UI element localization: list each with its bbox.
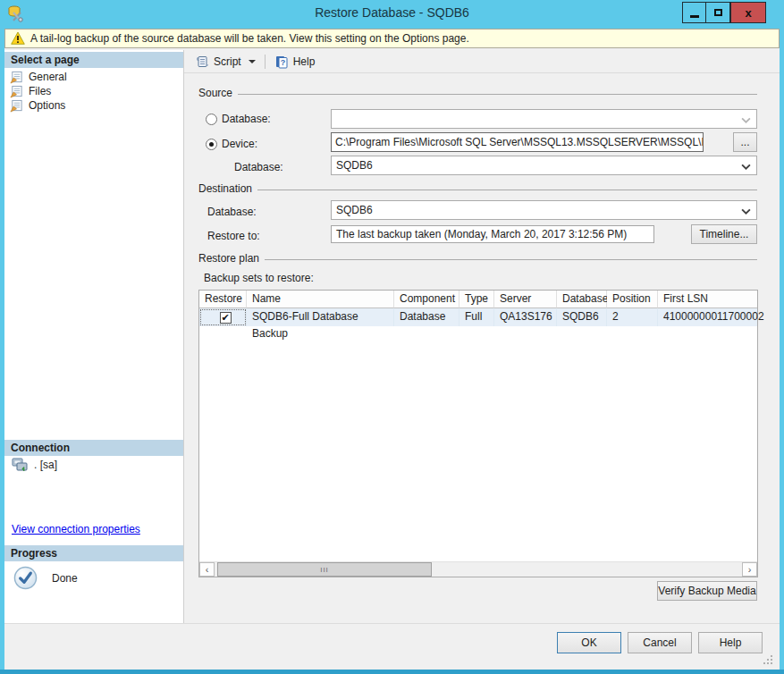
sidebar-item-options[interactable]: Options bbox=[10, 98, 65, 113]
restore-plan-group-header: Restore plan bbox=[198, 252, 757, 265]
backup-sets-label: Backup sets to restore: bbox=[204, 272, 314, 284]
group-divider bbox=[265, 259, 757, 260]
warning-text: A tail-log backup of the source database… bbox=[30, 32, 469, 45]
help-label: Help bbox=[293, 55, 316, 68]
maximize-button[interactable] bbox=[706, 2, 730, 23]
help-button-footer[interactable]: Help bbox=[698, 632, 763, 653]
column-header-type[interactable]: Type bbox=[459, 291, 494, 308]
horizontal-scrollbar[interactable]: ‹ III › bbox=[199, 561, 757, 577]
done-check-icon bbox=[13, 566, 38, 590]
scrollbar-thumb[interactable]: III bbox=[217, 562, 432, 577]
timeline-button[interactable]: Timeline... bbox=[691, 224, 757, 244]
chevron-down-icon bbox=[741, 164, 751, 170]
select-a-page-header: Select a page bbox=[4, 52, 183, 68]
cancel-button[interactable]: Cancel bbox=[628, 632, 692, 653]
server-connection-icon bbox=[12, 458, 28, 472]
restore-to-label: Restore to: bbox=[207, 230, 260, 242]
minimize-button[interactable] bbox=[682, 2, 706, 23]
script-dropdown-icon[interactable] bbox=[249, 60, 256, 63]
page-icon bbox=[10, 99, 23, 113]
toolbar-separator bbox=[265, 55, 266, 69]
title-bar[interactable]: Restore Database - SQDB6 x bbox=[0, 0, 784, 27]
cell-database: SQDB6 bbox=[557, 308, 607, 326]
connection-header: Connection bbox=[4, 440, 183, 456]
svg-text:?: ? bbox=[280, 58, 285, 67]
script-label: Script bbox=[214, 55, 241, 68]
sidebar-item-label: Files bbox=[29, 85, 51, 97]
help-button[interactable]: ? Help bbox=[271, 53, 319, 71]
connection-user: . [sa] bbox=[34, 459, 57, 471]
tail-log-warning-banner: A tail-log backup of the source database… bbox=[4, 29, 780, 48]
connection-info: . [sa] bbox=[12, 458, 57, 472]
script-icon bbox=[195, 55, 209, 69]
group-divider bbox=[257, 190, 757, 190]
restore-plan-group-label: Restore plan bbox=[198, 252, 259, 265]
sidebar-item-files[interactable]: Files bbox=[10, 84, 51, 98]
sidebar-item-general[interactable]: General bbox=[10, 70, 67, 84]
restore-cell: ✔ bbox=[199, 308, 247, 326]
source-database-select-value: SQDB6 bbox=[336, 159, 373, 172]
column-header-first-lsn[interactable]: First LSN bbox=[658, 291, 757, 308]
check-icon: ✔ bbox=[221, 313, 229, 323]
column-header-restore[interactable]: Restore bbox=[199, 291, 247, 308]
source-group-header: Source bbox=[198, 87, 757, 99]
main-panel: Script ? Help Source Database: Device: C… bbox=[184, 50, 780, 623]
source-database-combo bbox=[331, 109, 757, 129]
help-icon: ? bbox=[274, 55, 289, 69]
browse-device-button[interactable]: ... bbox=[733, 132, 757, 152]
source-database-select[interactable]: SQDB6 bbox=[331, 156, 757, 175]
footer: OK Cancel Help bbox=[4, 623, 780, 670]
column-header-server[interactable]: Server bbox=[494, 291, 557, 308]
destination-database-value: SQDB6 bbox=[336, 204, 373, 216]
window-controls: x bbox=[682, 2, 766, 23]
scroll-left-arrow[interactable]: ‹ bbox=[199, 562, 215, 577]
chevron-down-icon bbox=[741, 208, 751, 215]
destination-group-header: Destination bbox=[198, 182, 757, 195]
column-header-database[interactable]: Database bbox=[557, 291, 607, 308]
grid-header-row: Restore Name Component Type Server Datab… bbox=[199, 291, 757, 308]
source-database-radio[interactable] bbox=[206, 114, 217, 125]
window-bottom-edge bbox=[0, 670, 784, 674]
destination-group-label: Destination bbox=[198, 182, 252, 195]
scroll-right-arrow[interactable]: › bbox=[742, 562, 757, 577]
source-database-radio-label[interactable]: Database: bbox=[222, 113, 271, 125]
sidebar-item-label: General bbox=[29, 71, 67, 83]
destination-database-label: Database: bbox=[207, 206, 257, 218]
view-connection-properties-link[interactable]: View connection properties bbox=[12, 523, 140, 535]
progress-status-row: Done bbox=[13, 566, 78, 590]
group-divider bbox=[238, 94, 757, 95]
source-group-label: Source bbox=[198, 87, 232, 99]
table-row[interactable]: ✔ SQDB6-Full Database Backup Database Fu… bbox=[199, 308, 757, 326]
device-path-input[interactable]: C:\Program Files\Microsoft SQL Server\MS… bbox=[331, 132, 704, 152]
resize-grip[interactable] bbox=[763, 654, 773, 665]
verify-backup-media-button[interactable]: Verify Backup Media bbox=[657, 581, 757, 601]
backup-sets-grid: Restore Name Component Type Server Datab… bbox=[198, 290, 758, 577]
destination-database-select[interactable]: SQDB6 bbox=[331, 200, 757, 220]
close-icon: x bbox=[745, 6, 751, 20]
column-header-component[interactable]: Component bbox=[394, 291, 459, 308]
restore-checkbox[interactable]: ✔ bbox=[220, 312, 232, 324]
source-device-radio[interactable] bbox=[206, 139, 217, 150]
toolbar: Script ? Help bbox=[184, 50, 780, 73]
source-device-radio-label[interactable]: Device: bbox=[222, 138, 257, 150]
cell-server: QA13S176 bbox=[494, 308, 557, 326]
cell-first-lsn: 41000000011700002 bbox=[658, 308, 767, 326]
ok-button[interactable]: OK bbox=[557, 632, 621, 653]
cell-position: 2 bbox=[607, 308, 658, 326]
close-button[interactable]: x bbox=[730, 2, 766, 23]
page-icon bbox=[10, 71, 23, 84]
page-icon bbox=[10, 85, 23, 98]
sidebar: Select a page General Files Options bbox=[4, 50, 184, 623]
cell-type: Full bbox=[459, 308, 494, 326]
column-header-name[interactable]: Name bbox=[247, 291, 394, 308]
warning-icon bbox=[11, 31, 25, 46]
script-button[interactable]: Script bbox=[191, 53, 259, 71]
column-header-position[interactable]: Position bbox=[607, 291, 658, 308]
cell-component: Database bbox=[394, 308, 459, 326]
restore-to-field[interactable]: The last backup taken (Monday, March 20,… bbox=[331, 225, 654, 243]
progress-status-text: Done bbox=[52, 572, 78, 585]
progress-header: Progress bbox=[4, 545, 183, 561]
source-database-select-label: Database: bbox=[234, 161, 283, 173]
sidebar-item-label: Options bbox=[29, 99, 65, 112]
cell-name: SQDB6-Full Database Backup bbox=[247, 308, 394, 326]
